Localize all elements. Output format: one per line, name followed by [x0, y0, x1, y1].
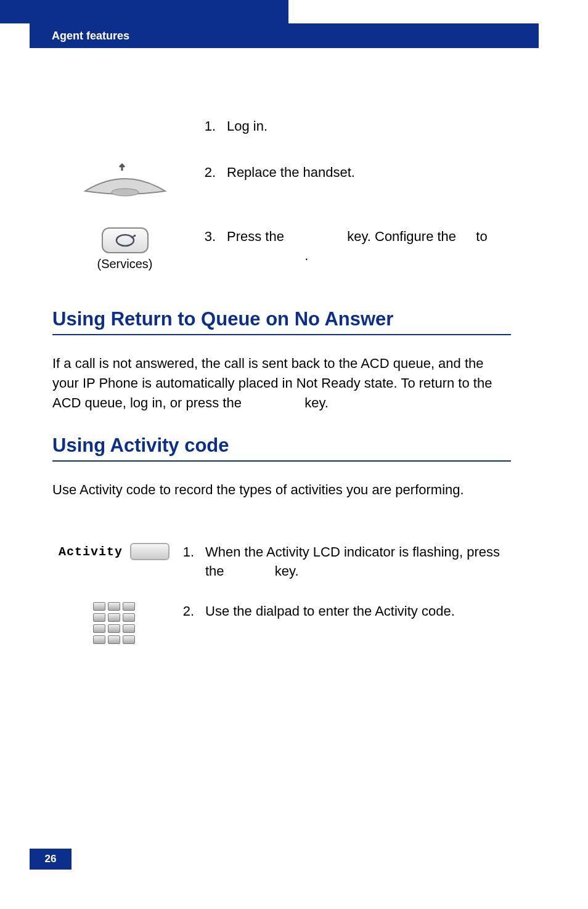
step-text: 3. Press the key. Configure the to . [197, 227, 511, 266]
step-text: 1. When the Activity LCD indicator is fl… [176, 543, 511, 581]
step-row: Activity 1. When the Activity LCD indica… [52, 543, 511, 581]
step-row: 1. Log in. [52, 117, 511, 136]
step-body: Replace the handset. [227, 163, 355, 182]
step-body: Use the dialpad to enter the Activity co… [205, 602, 455, 621]
step-text: 2. Use the dialpad to enter the Activity… [176, 602, 511, 621]
handset-icon [52, 163, 197, 200]
softkey-icon [130, 543, 169, 560]
step-body: Log in. [227, 117, 267, 136]
svg-point-0 [112, 189, 139, 196]
step-body: When the Activity LCD indicator is flash… [205, 543, 511, 581]
step-number: 3. [197, 227, 227, 266]
page-number: 26 [30, 849, 71, 870]
page-content: 1. Log in. 2. Replace the handset. [52, 117, 511, 671]
heading-activity-code: Using Activity code [52, 434, 511, 462]
step-number: 2. [197, 163, 227, 182]
top-accent-bar [0, 0, 288, 23]
step-row: (Services) 3. Press the key. Configure t… [52, 227, 511, 271]
paragraph: Use Activity code to record the types of… [52, 480, 511, 500]
header-title: Agent features [52, 30, 129, 43]
heading-return-to-queue: Using Return to Queue on No Answer [52, 308, 511, 335]
step-text: 1. Log in. [197, 117, 511, 136]
step-row: 2. Use the dialpad to enter the Activity… [52, 602, 511, 644]
step-number: 2. [176, 602, 205, 621]
activity-softkey-icon: Activity [52, 543, 176, 560]
services-key-label: (Services) [97, 257, 152, 271]
svg-point-1 [116, 235, 134, 246]
step-number: 1. [176, 543, 205, 581]
services-key-icon: (Services) [52, 227, 197, 271]
step-text: 2. Replace the handset. [197, 163, 511, 182]
paragraph: If a call is not answered, the call is s… [52, 354, 511, 413]
step-row: 2. Replace the handset. [52, 163, 511, 200]
step-number: 1. [197, 117, 227, 136]
page-header: Agent features [30, 23, 539, 48]
activity-key-label: Activity [59, 545, 123, 559]
step-body: Press the key. Configure the to . [227, 227, 488, 266]
dialpad-icon [52, 602, 176, 644]
